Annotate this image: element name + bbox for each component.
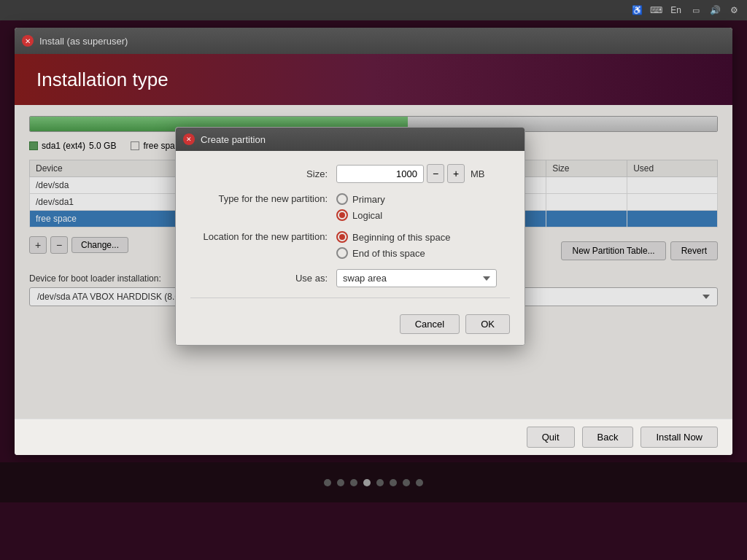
type-primary-radio[interactable]: Primary bbox=[336, 193, 385, 205]
size-unit: MB bbox=[471, 168, 485, 179]
size-input[interactable] bbox=[336, 165, 424, 183]
action-bar: Quit Back Install Now bbox=[15, 419, 732, 455]
dot-2 bbox=[337, 479, 344, 486]
window-title: Install (as superuser) bbox=[39, 36, 128, 47]
dialog-close-button[interactable]: ✕ bbox=[183, 133, 195, 145]
page-title: Installation type bbox=[36, 69, 169, 91]
install-now-button[interactable]: Install Now bbox=[640, 427, 718, 448]
end-radio-label: End of this space bbox=[352, 248, 425, 259]
logical-radio-dot bbox=[339, 212, 345, 218]
location-row: Location for the new partition: Beginnin… bbox=[190, 231, 510, 259]
type-label: Type for the new partition: bbox=[190, 193, 336, 204]
beginning-radio-circle bbox=[336, 231, 348, 243]
volume-icon[interactable]: 🔊 bbox=[708, 3, 722, 18]
type-row: Type for the new partition: Primary Logi bbox=[190, 193, 510, 221]
settings-icon[interactable]: ⚙ bbox=[727, 3, 741, 18]
location-radio-group: Beginning of this space End of this spac… bbox=[336, 231, 450, 259]
size-controls: − + MB bbox=[336, 164, 485, 183]
primary-radio-circle bbox=[336, 193, 348, 205]
size-row: Size: − + MB bbox=[190, 164, 510, 183]
dialog-title: Create partition bbox=[201, 134, 266, 145]
size-label: Size: bbox=[190, 168, 336, 179]
keyboard-icon[interactable]: ⌨ bbox=[649, 3, 663, 18]
logical-radio-circle bbox=[336, 209, 348, 221]
accessibility-icon[interactable]: ♿ bbox=[630, 3, 644, 18]
close-button[interactable]: ✕ bbox=[22, 35, 34, 47]
title-bar: ✕ Install (as superuser) bbox=[15, 28, 732, 54]
dialog-buttons: Cancel OK bbox=[190, 308, 510, 334]
use-as-select[interactable]: swap area ext4 ext3 ext2 ntfs fat32 Do n… bbox=[336, 269, 497, 287]
battery-icon: ▭ bbox=[689, 3, 703, 18]
back-button[interactable]: Back bbox=[582, 427, 634, 448]
primary-radio-label: Primary bbox=[352, 194, 385, 205]
modal-overlay: ✕ Create partition Size: − + MB bbox=[15, 105, 732, 419]
header-area: Installation type bbox=[15, 54, 732, 105]
cancel-button[interactable]: Cancel bbox=[400, 314, 460, 334]
size-decrease-button[interactable]: − bbox=[427, 164, 444, 183]
create-partition-dialog: ✕ Create partition Size: − + MB bbox=[175, 127, 525, 346]
dot-6 bbox=[390, 479, 397, 486]
location-beginning-radio[interactable]: Beginning of this space bbox=[336, 231, 450, 243]
use-as-row: Use as: swap area ext4 ext3 ext2 ntfs fa… bbox=[190, 269, 510, 287]
ok-button[interactable]: OK bbox=[465, 314, 510, 334]
dialog-title-bar: ✕ Create partition bbox=[176, 128, 525, 151]
size-increase-button[interactable]: + bbox=[447, 164, 465, 183]
use-as-label: Use as: bbox=[190, 273, 336, 284]
main-window: ✕ Install (as superuser) Installation ty… bbox=[15, 28, 732, 455]
dialog-content: Size: − + MB Type for the new partition: bbox=[176, 151, 525, 345]
dot-5 bbox=[376, 479, 384, 486]
dots-area bbox=[0, 462, 747, 502]
dot-1 bbox=[324, 479, 331, 486]
content-area: sda1 (ext4) 5.0 GB free space 3.6 GB Dev… bbox=[15, 105, 732, 419]
end-radio-circle bbox=[336, 247, 348, 259]
beginning-radio-label: Beginning of this space bbox=[352, 232, 450, 243]
dot-3 bbox=[350, 479, 357, 486]
dot-4 bbox=[363, 479, 371, 486]
location-end-radio[interactable]: End of this space bbox=[336, 247, 450, 259]
type-logical-radio[interactable]: Logical bbox=[336, 209, 385, 221]
top-bar: ♿ ⌨ En ▭ 🔊 ⚙ bbox=[0, 0, 747, 20]
beginning-radio-dot bbox=[339, 234, 345, 240]
type-radio-group: Primary Logical bbox=[336, 193, 385, 221]
dot-8 bbox=[416, 479, 423, 486]
location-label: Location for the new partition: bbox=[190, 231, 336, 242]
language-indicator[interactable]: En bbox=[667, 5, 684, 15]
quit-button[interactable]: Quit bbox=[527, 427, 575, 448]
dot-7 bbox=[403, 479, 410, 486]
logical-radio-label: Logical bbox=[352, 210, 382, 221]
dialog-separator bbox=[190, 298, 510, 298]
